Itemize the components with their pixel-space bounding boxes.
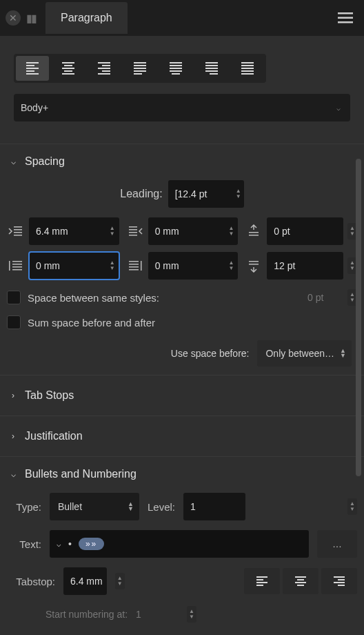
svg-rect-24 <box>249 264 259 265</box>
section-bullets: ⌵ Bullets and Numbering Type: Bullet ▲▼ … <box>0 456 364 631</box>
alignment-group <box>14 54 266 83</box>
svg-rect-4 <box>14 229 22 231</box>
svg-rect-20 <box>129 266 139 268</box>
svg-rect-12 <box>249 235 259 236</box>
section-spacing: ⌵ Spacing Leading: [12.4 pt ▲▼ 6.4 mm ▲▼ <box>0 144 364 375</box>
svg-rect-8 <box>129 229 137 231</box>
svg-rect-9 <box>129 232 137 233</box>
chevron-right-icon: › <box>8 391 18 400</box>
bullet-browse-button[interactable]: … <box>317 530 357 558</box>
stepper-icon[interactable]: ▲▼ <box>225 226 234 237</box>
text-label: Text: <box>7 538 41 550</box>
bullet-char: • <box>68 538 72 549</box>
start-numbering-label: Start numbering at: <box>46 609 128 620</box>
stepper-icon[interactable]: ▲▼ <box>225 260 234 271</box>
tab-paragraph[interactable]: Paragraph <box>46 2 128 34</box>
svg-rect-1 <box>338 17 353 19</box>
dock-icon[interactable]: ▮▮ <box>26 12 36 25</box>
svg-rect-5 <box>14 232 22 233</box>
start-numbering-stepper[interactable]: ▲▼ <box>187 606 196 623</box>
bullet-text-input[interactable]: ⌵ • »» <box>50 530 309 558</box>
svg-rect-18 <box>129 261 139 262</box>
tab-bar: ✕ ▮▮ Paragraph <box>0 0 364 36</box>
align-right-button[interactable] <box>88 56 121 81</box>
use-space-before-label: Use space before: <box>171 348 250 359</box>
paragraph-style-value: Body+ <box>21 102 48 113</box>
space-before-icon <box>245 224 263 238</box>
leading-stepper[interactable]: ▲▼ <box>233 188 241 199</box>
type-select[interactable]: Bullet ▲▼ <box>50 493 139 520</box>
svg-rect-11 <box>249 232 259 233</box>
leading-input[interactable]: [12.4 pt ▲▼ <box>168 180 244 208</box>
level-label: Level: <box>148 501 175 513</box>
level-input[interactable]: 1 <box>183 493 245 520</box>
left-indent-icon <box>7 260 25 272</box>
svg-rect-19 <box>129 264 139 265</box>
tabstop-stepper[interactable]: ▲▼ <box>115 573 125 589</box>
stepper-icon[interactable]: ▲▼ <box>107 260 115 271</box>
svg-rect-23 <box>249 261 259 262</box>
stepper-icon[interactable]: ▲▼ <box>107 226 115 237</box>
menu-icon[interactable] <box>338 12 358 24</box>
tabstop-input[interactable]: 6.4 mm <box>63 567 107 595</box>
start-numbering-value: 1 <box>136 609 184 620</box>
space-between-same-styles-checkbox[interactable] <box>7 291 21 304</box>
spacing-title: Spacing <box>25 155 65 168</box>
tabstop-label: Tabstop: <box>7 576 55 587</box>
tabalign-right-button[interactable] <box>321 568 357 594</box>
last-line-indent-icon <box>126 260 144 272</box>
scrollbar[interactable] <box>356 41 361 607</box>
svg-rect-21 <box>129 269 139 271</box>
space-before-input[interactable]: 0 pt <box>267 217 343 245</box>
svg-rect-10 <box>129 235 137 236</box>
svg-rect-2 <box>338 21 353 23</box>
last-line-indent-input[interactable]: 0 mm ▲▼ <box>148 252 239 280</box>
select-chevron-icon: ▲▼ <box>128 502 134 511</box>
svg-rect-15 <box>12 266 22 268</box>
sum-space-label: Sum space before and after <box>28 317 155 329</box>
bullets-header[interactable]: ⌵ Bullets and Numbering <box>7 465 357 483</box>
tabalign-center-button[interactable] <box>283 568 318 594</box>
justification-title: Justification <box>25 430 83 442</box>
sum-space-checkbox[interactable] <box>7 315 21 329</box>
section-tab-stops: › Tab Stops <box>0 375 364 416</box>
svg-rect-7 <box>129 226 137 228</box>
svg-rect-16 <box>12 269 22 271</box>
svg-rect-6 <box>14 235 22 236</box>
bullet-placeholder-pill: »» <box>79 538 104 550</box>
justification-header[interactable]: › Justification <box>7 424 357 448</box>
chevron-down-icon: ⌵ <box>8 469 18 479</box>
align-center-button[interactable] <box>52 56 85 81</box>
first-line-indent-input[interactable]: 6.4 mm ▲▼ <box>29 217 119 245</box>
chevron-right-icon: › <box>8 431 18 441</box>
first-line-indent-icon <box>7 225 25 237</box>
justify-last-right-button[interactable] <box>195 56 228 81</box>
bullets-title: Bullets and Numbering <box>25 468 136 480</box>
paragraph-style-select[interactable]: Body+ ⌵ <box>14 94 350 121</box>
type-label: Type: <box>7 501 41 513</box>
leading-label: Leading: <box>120 188 162 200</box>
scroll-thumb[interactable] <box>356 159 361 476</box>
left-indent-input[interactable]: 0 mm ▲▼ <box>29 252 119 280</box>
svg-rect-3 <box>14 226 22 228</box>
tab-stops-header[interactable]: › Tab Stops <box>7 384 357 407</box>
justify-last-center-button[interactable] <box>159 56 192 81</box>
spacing-header[interactable]: ⌵ Spacing <box>7 153 357 170</box>
svg-rect-17 <box>9 261 10 271</box>
use-space-before-select[interactable]: Only between… ▲▼ <box>257 340 352 367</box>
justify-last-left-button[interactable] <box>123 56 156 81</box>
chevron-down-icon: ⌵ <box>8 157 18 166</box>
select-chevron-icon: ▲▼ <box>340 349 346 358</box>
right-indent-input[interactable]: 0 mm ▲▼ <box>148 217 239 245</box>
justify-full-button[interactable] <box>231 56 264 81</box>
close-icon[interactable]: ✕ <box>6 10 21 26</box>
leading-value: [12.4 pt <box>175 188 208 199</box>
tabstop-align-group <box>244 568 357 594</box>
section-justification: › Justification <box>0 416 364 456</box>
space-after-input[interactable]: 12 pt <box>267 252 343 280</box>
tabalign-left-button[interactable] <box>244 568 280 594</box>
svg-rect-0 <box>338 12 353 14</box>
svg-rect-13 <box>12 261 22 262</box>
align-left-button[interactable] <box>16 56 49 81</box>
svg-rect-14 <box>12 264 22 265</box>
